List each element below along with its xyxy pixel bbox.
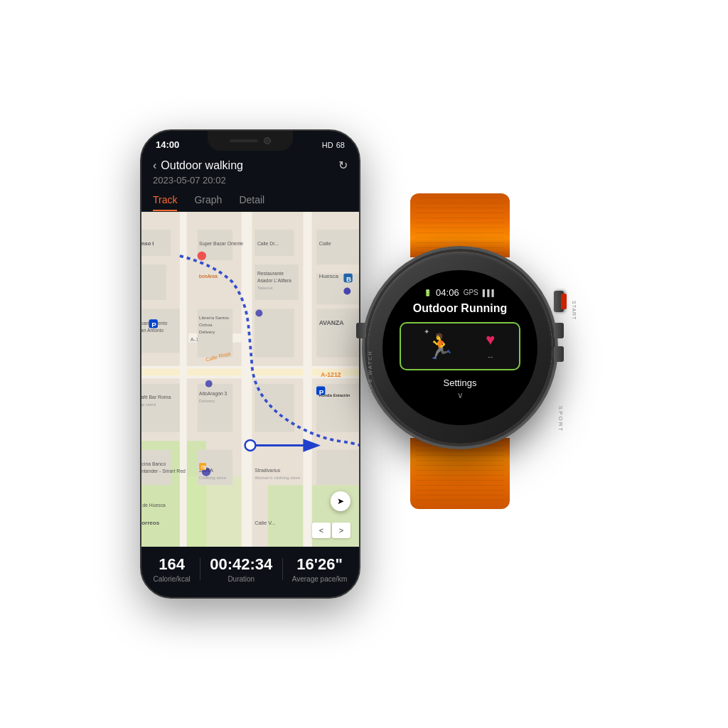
smartwatch-device: START GPS WATCH SPORT 🔋 04:06 GPS ▌▌▌ (332, 193, 588, 535)
front-camera (264, 137, 271, 144)
heart-icon: ♥ (486, 331, 495, 349)
phone-device: 14:00 HD 68 ‹ Outdoor walking (140, 129, 360, 599)
watch-battery-icon: 🔋 (424, 289, 432, 296)
svg-text:🛍: 🛍 (201, 464, 206, 471)
svg-point-66 (205, 380, 213, 387)
duration-label: Duration (210, 575, 272, 583)
stats-bar: 164 Calorie/kcal 00:42:34 Duration 16'26… (141, 547, 359, 597)
status-icons: HD 68 (322, 141, 345, 149)
speaker-grill (230, 139, 258, 142)
gps-watch-label: GPS WATCH (368, 350, 373, 393)
svg-text:Café Bar Roma: Café Bar Roma (141, 395, 171, 400)
svg-rect-3 (180, 476, 242, 547)
svg-rect-11 (180, 212, 187, 547)
map-canvas: A-1212 A-1212 (141, 212, 359, 547)
svg-text:Restaurante: Restaurante (257, 271, 284, 276)
stat-calorie: 164 Calorie/kcal (154, 555, 191, 583)
svg-text:P: P (151, 321, 156, 328)
pace-label: Average pace/km (292, 575, 348, 583)
stat-duration: 00:42:34 Duration (210, 555, 272, 583)
tab-graph[interactable]: Graph (194, 194, 222, 211)
svg-text:Calle Dr...: Calle Dr... (257, 241, 279, 246)
crown-left-button[interactable] (356, 323, 366, 338)
watch-activity-card: ✦ 🏃 ♥ -- (400, 322, 520, 370)
motion-dots-icon: ✦ (424, 328, 429, 336)
svg-text:bonArea: bonArea (199, 274, 218, 279)
start-label: START (572, 301, 577, 320)
battery-indicator: 68 (336, 141, 345, 149)
svg-text:Oficina Banco: Oficina Banco (141, 461, 166, 466)
sport-label: SPORT (557, 406, 564, 432)
watch-chevron-down-icon: ∨ (457, 390, 464, 400)
svg-point-61 (245, 440, 256, 451)
band-bottom (410, 438, 510, 509)
activity-date: 2023-05-07 20:02 (153, 175, 348, 186)
watch-case: START GPS WATCH SPORT 🔋 04:06 GPS ▌▌▌ (368, 252, 552, 444)
back-arrow-icon: ‹ (153, 159, 156, 172)
band-top (410, 193, 510, 257)
svg-text:Stradivarius: Stradivarius (255, 468, 280, 473)
svg-text:Delivery: Delivery (199, 329, 215, 334)
svg-text:Top rated: Top rated (141, 402, 156, 407)
svg-rect-13 (141, 264, 166, 300)
watch-screen: 🔋 04:06 GPS ▌▌▌ Outdoor Running ✦ 🏃 (382, 270, 537, 425)
hd-indicator: HD (322, 141, 333, 149)
phone-screen: 14:00 HD 68 ‹ Outdoor walking (141, 131, 359, 597)
svg-text:Alfonso I: Alfonso I (141, 240, 154, 247)
phone-notch (208, 131, 293, 151)
svg-text:Delivery: Delivery (199, 398, 215, 403)
battery-level: 68 (336, 141, 345, 149)
svg-text:Women's clothing store: Women's clothing store (255, 475, 301, 480)
tab-track[interactable]: Track (153, 194, 177, 211)
duration-value: 00:42:34 (210, 555, 272, 574)
svg-point-62 (198, 252, 206, 260)
watch-activity-title: Outdoor Running (413, 302, 507, 315)
svg-text:Calle: Calle (319, 240, 331, 247)
refresh-icon[interactable]: ↻ (338, 159, 348, 172)
svg-text:Takeout: Takeout (257, 285, 273, 290)
back-button[interactable]: ‹ Outdoor walking (153, 159, 243, 172)
phone-body: 14:00 HD 68 ‹ Outdoor walking (140, 129, 360, 599)
runner-icon: 🏃 (425, 333, 455, 360)
heart-rate-display: ♥ -- (486, 331, 495, 362)
crown-mid-button[interactable] (554, 323, 564, 338)
map-area: A-1212 A-1212 (141, 212, 359, 547)
prev-page-button[interactable]: < (312, 523, 331, 538)
map-svg: A-1212 A-1212 (141, 212, 359, 547)
svg-text:Librería Santos: Librería Santos (199, 315, 229, 320)
stat-pace: 16'26" Average pace/km (292, 555, 348, 583)
svg-rect-23 (141, 384, 180, 432)
svg-text:Clothing store: Clothing store (199, 475, 227, 480)
svg-text:no de Huesca: no de Huesca (141, 503, 166, 508)
svg-text:Correos: Correos (141, 520, 160, 526)
page-title: Outdoor walking (161, 159, 243, 172)
pace-value: 16'26" (292, 555, 348, 574)
crown-top-button[interactable]: START (554, 291, 564, 312)
calorie-label: Calorie/kcal (154, 575, 191, 583)
watch-gps-label: GPS (464, 289, 478, 296)
crown-bot-button[interactable] (554, 346, 564, 362)
svg-text:Calle V...: Calle V... (255, 520, 275, 526)
watch-outer: START GPS WATCH SPORT 🔋 04:06 GPS ▌▌▌ (332, 193, 588, 535)
run-activity-icon: ✦ 🏃 (425, 332, 455, 360)
svg-text:AltoAragón 3: AltoAragón 3 (199, 391, 228, 397)
svg-text:Super Bazar Oriente: Super Bazar Oriente (199, 241, 243, 247)
tab-bar: Track Graph Detail (141, 190, 359, 212)
svg-text:Santander - Smart Red: Santander - Smart Red (141, 469, 186, 473)
svg-text:Ochoa: Ochoa (199, 322, 213, 327)
svg-rect-25 (255, 384, 294, 432)
watch-settings-label[interactable]: Settings (444, 378, 477, 388)
scene: 14:00 HD 68 ‹ Outdoor walking (23, 44, 705, 684)
status-time: 14:00 (156, 139, 179, 150)
svg-rect-10 (303, 212, 311, 547)
stat-divider-2 (282, 558, 283, 580)
app-header: ‹ Outdoor walking ↻ 2023-05-07 20:02 (141, 153, 359, 190)
svg-text:Asador L'Alifara: Asador L'Alifara (257, 278, 291, 283)
calorie-value: 164 (154, 555, 191, 574)
tab-detail[interactable]: Detail (239, 194, 264, 211)
svg-point-65 (255, 310, 262, 317)
app-nav: ‹ Outdoor walking ↻ (153, 159, 348, 172)
svg-text:P: P (319, 388, 324, 396)
heart-rate-value: -- (488, 352, 493, 360)
stat-divider-1 (200, 558, 200, 580)
